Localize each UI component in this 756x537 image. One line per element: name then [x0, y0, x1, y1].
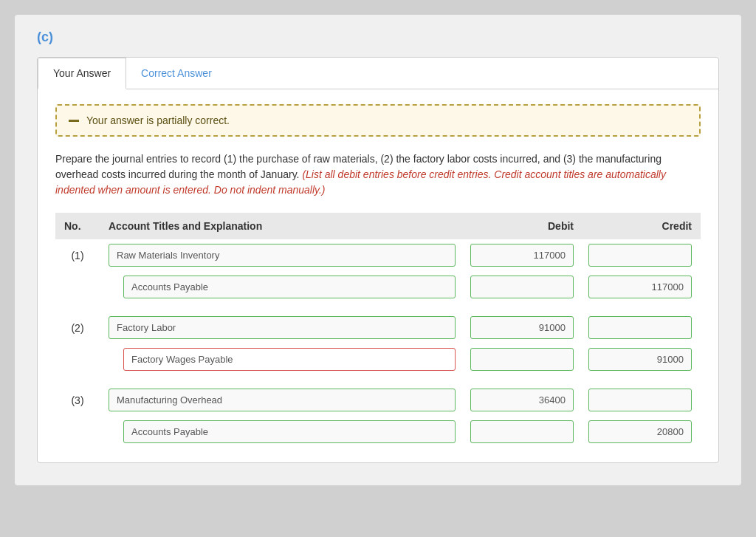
credit-input[interactable] [588, 276, 692, 298]
credit-input[interactable] [588, 389, 692, 411]
spacer-row [55, 303, 701, 312]
answer-card: Your Answer Correct Answer Your answer i… [37, 57, 719, 463]
section-label: (c) [37, 30, 719, 45]
instructions-text: Prepare the journal entries to record (1… [55, 151, 701, 198]
debit-input[interactable] [470, 389, 574, 411]
account-title-input[interactable] [123, 276, 456, 298]
table-row: (2) [55, 312, 701, 343]
card-body: Your answer is partially correct. Prepar… [38, 89, 718, 462]
header-no: No. [55, 213, 100, 239]
table-row: (3) [55, 384, 701, 416]
partial-correct-banner: Your answer is partially correct. [55, 104, 701, 137]
header-account: Account Titles and Explanation [100, 213, 464, 239]
header-credit: Credit [583, 213, 701, 239]
banner-text: Your answer is partially correct. [86, 114, 230, 126]
entry-number [55, 343, 100, 375]
header-debit: Debit [464, 213, 583, 239]
tabs-container: Your Answer Correct Answer [38, 58, 718, 89]
entry-number [55, 271, 100, 303]
table-row [55, 343, 701, 375]
entry-number [55, 416, 100, 448]
spacer-row [55, 375, 701, 384]
table-row: (1) [55, 239, 701, 271]
minus-icon [69, 120, 79, 122]
account-title-input[interactable] [109, 316, 456, 339]
entry-number: (1) [55, 239, 100, 271]
entry-number: (2) [55, 312, 100, 343]
account-title-input[interactable] [123, 420, 456, 443]
account-title-input[interactable] [123, 348, 456, 371]
credit-input[interactable] [588, 420, 692, 443]
account-title-input[interactable] [109, 244, 456, 267]
tab-your-answer[interactable]: Your Answer [38, 58, 126, 89]
entry-number: (3) [55, 384, 100, 416]
debit-input[interactable] [470, 276, 574, 298]
debit-input[interactable] [470, 316, 574, 339]
debit-input[interactable] [470, 420, 574, 443]
credit-input[interactable] [588, 244, 692, 267]
journal-table: No. Account Titles and Explanation Debit… [55, 213, 701, 448]
debit-input[interactable] [470, 244, 574, 267]
table-row [55, 416, 701, 448]
account-title-input[interactable] [109, 389, 456, 411]
credit-input[interactable] [588, 348, 692, 371]
debit-input[interactable] [470, 348, 574, 371]
credit-input[interactable] [588, 316, 692, 339]
page-container: (c) Your Answer Correct Answer Your answ… [15, 15, 741, 485]
table-row [55, 271, 701, 303]
tab-correct-answer[interactable]: Correct Answer [126, 58, 227, 89]
